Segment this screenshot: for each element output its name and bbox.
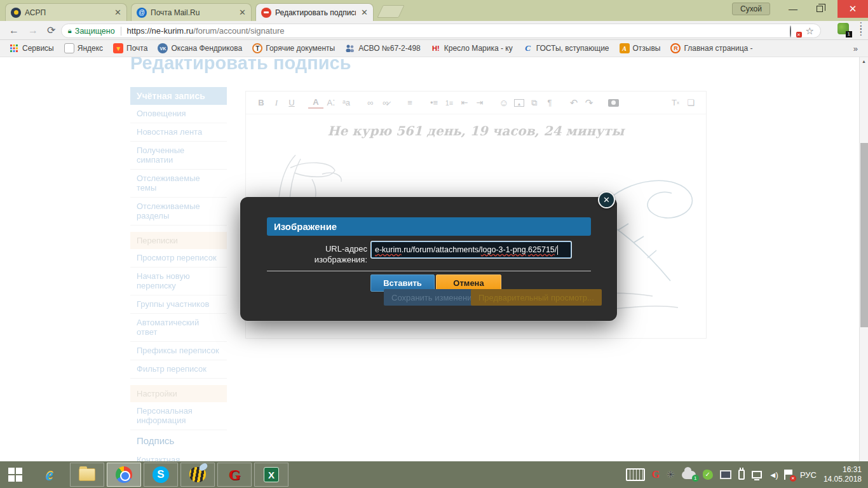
status-check-icon[interactable]: ✓ [703,470,713,480]
taskbar-garant[interactable]: G [217,463,252,487]
browser-toolbar: ← → ⟳ 🔒︎ Защищено https://ne-kurim.ru/fo… [0,21,868,40]
forward-button[interactable]: → [28,25,38,36]
taskbar-clock[interactable]: 16:31 14.05.2018 [824,465,862,484]
close-button[interactable]: ✕ [837,0,868,18]
bookmark-gost[interactable]: С ГОСТы, вступающие [519,42,613,55]
language-indicator[interactable]: РУС [800,470,817,480]
url-field-label: URL-адрес изображения: [267,243,367,265]
page-icon [64,43,74,53]
address-bar[interactable]: 🔒︎ Защищено https://ne-kurim.ru/forum/ac… [61,24,821,38]
people-icon [345,43,355,53]
tab-close-icon[interactable]: ✕ [114,8,121,17]
windows-taskbar: e S G X G ✳ 1 ✓ ◄) ✕ РУС 16:31 14.05.201… [0,461,868,488]
browser-menu-icon[interactable]: ⋮⋮⋮ [857,24,860,34]
tab-asrp[interactable]: АСРП ✕ [5,3,127,21]
save-changes-button-dimmed: Сохранить изменения [384,289,484,306]
garant-tray-icon[interactable]: G [652,469,660,480]
power-icon[interactable] [738,470,745,480]
tab-edit-signature[interactable]: Редактировать подпись ✕ [255,3,374,21]
a-orange-icon: A [620,43,630,53]
r-orange-icon: R [670,43,681,53]
excel-icon: X [264,467,279,482]
taskbar-excel[interactable]: X [254,463,288,487]
t-circle-icon: Т [252,43,262,53]
reload-button[interactable]: ⟳ [47,24,55,36]
apps-grid-icon [9,43,19,53]
system-tray: G ✳ 1 ✓ ◄) ✕ РУС 16:31 14.05.2018 [626,465,868,484]
bookmark-services[interactable]: Сервисы [5,42,58,55]
bookmark-yandex[interactable]: Яндекс [60,42,107,55]
display-icon[interactable] [720,470,731,479]
cloud-sync-icon[interactable]: 1 [682,471,696,479]
url-host: https://ne-kurim.ru [127,26,194,36]
bookmark-asvo[interactable]: АСВО №67-2-498 [341,42,424,55]
profile-button[interactable]: Сухой [732,3,770,15]
taskbar-skype[interactable]: S [144,463,178,487]
scrollbar-up-arrow[interactable]: ▲ [860,57,868,66]
tab-title: АСРП [25,8,109,17]
skype-icon: S [153,466,169,483]
image-url-input[interactable]: e-kurim.ru/forum/attachments/logo-3-1-pn… [371,241,571,258]
c-blue-icon: С [523,43,533,53]
mail-icon: ▼ [113,43,123,53]
volume-icon[interactable]: ◄) [769,470,777,480]
restore-button[interactable] [807,0,832,18]
bookmark-vk[interactable]: VK Оксана Фендрикова [154,42,246,55]
keyboard-icon[interactable] [626,468,645,481]
network-icon[interactable] [752,471,762,478]
file-explorer-icon [79,468,95,481]
internet-explorer-icon: e [46,465,53,485]
tab-title: Редактировать подпись [275,8,356,17]
image-dialog: ✕ Изображение URL-адрес изображения: e-k… [240,197,617,321]
tab-title: Почта Mail.Ru [151,8,234,17]
tab-close-icon[interactable]: ✕ [361,8,368,17]
bookmarks-overflow-chevron[interactable]: » [853,44,863,53]
h-red-icon: Н! [431,43,441,53]
chrome-icon [116,466,132,483]
notifications-flag-icon[interactable]: ✕ [784,470,793,480]
preview-button-dimmed: Предварительный просмотр... [471,289,602,306]
page-scrollbar[interactable]: ▲ [859,57,868,461]
browser-titlebar: АСРП ✕ @ Почта Mail.Ru ✕ Редактировать п… [0,0,868,21]
tab-signature-favicon [261,8,271,18]
taskbar-internet-explorer[interactable]: e [32,463,67,487]
vk-icon: VK [158,43,168,53]
dialog-close-icon[interactable]: ✕ [598,191,615,208]
blocked-content-icon[interactable]: ✕ [790,26,799,36]
url-path: /forum/account/signature [193,26,284,36]
bookmark-home[interactable]: R Главная страница - [667,42,756,55]
tab-asrp-favicon [11,8,21,18]
bookmark-kreslo[interactable]: Н! Кресло Марика - ку [427,42,517,55]
garant-icon: G [229,466,241,484]
minimize-button[interactable]: — [780,0,806,18]
back-button[interactable]: ← [9,25,19,36]
bookmark-mail[interactable]: ▼ Почта [109,42,151,55]
tab-mailru[interactable]: @ Почта Mail.Ru ✕ [131,3,252,21]
dialog-title: Изображение [267,217,591,236]
bookmarks-bar: Сервисы Яндекс ▼ Почта VK Оксана Фендрик… [0,40,868,57]
tab-mailru-favicon: @ [137,8,147,18]
bee-icon [189,467,206,482]
drweb-spider-icon[interactable]: ✳ [667,469,675,480]
extension-icon[interactable]: 1 [837,23,849,34]
bookmark-hot-docs[interactable]: Т Горячие документы [248,42,339,55]
taskbar-bee-app[interactable] [180,463,215,487]
secure-lock-icon: 🔒︎ [68,27,72,35]
start-button[interactable] [0,461,31,488]
taskbar-file-explorer[interactable] [70,463,104,487]
taskbar-chrome[interactable] [107,463,141,487]
new-tab-button[interactable] [377,5,404,18]
scrollbar-thumb[interactable] [860,143,868,327]
bookmark-star-icon[interactable]: ☆ [806,25,814,37]
secure-label: Защищено [75,27,115,36]
tab-close-icon[interactable]: ✕ [239,8,246,17]
bookmark-reviews[interactable]: A Отзывы [616,42,665,55]
